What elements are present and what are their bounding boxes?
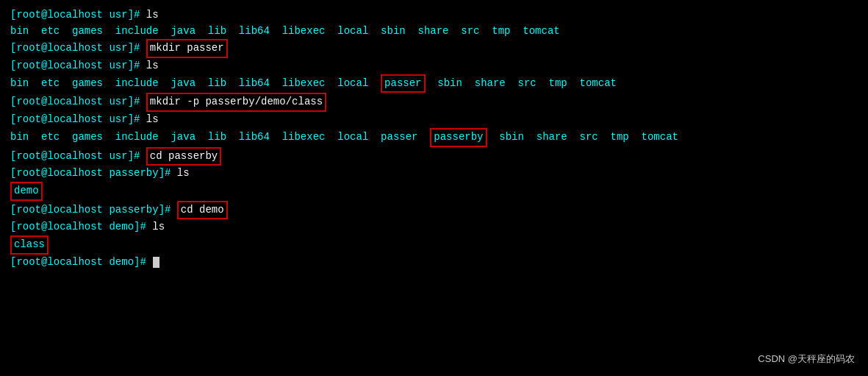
ls-output-3: bin etc games include java lib lib64 lib… (10, 128, 858, 147)
dir-demo: demo (10, 182, 43, 201)
prompt: [root@localhost usr]# (10, 149, 146, 165)
prompt: [root@localhost passerby]# (10, 202, 177, 219)
dir-class: class (10, 235, 49, 255)
prompt: [root@localhost usr]# (10, 58, 146, 74)
prompt: [root@localhost passerby]# (10, 166, 177, 182)
terminal-line: [root@localhost usr]# ls (10, 7, 858, 24)
ls-item-passer: passer (381, 74, 425, 93)
ls-item: java lib lib64 libexec local sbin share … (159, 24, 560, 40)
command: ls (146, 7, 159, 24)
prompt: [root@localhost demo]# (10, 219, 152, 235)
terminal-line: [root@localhost usr]# ls (10, 112, 858, 128)
terminal-line: [root@localhost passerby]# cd demo (10, 201, 858, 220)
command-highlighted: cd passerby (146, 147, 221, 166)
prompt: [root@localhost usr]# (10, 40, 146, 57)
command: ls (146, 58, 159, 74)
prompt: [root@localhost demo]# (10, 255, 152, 271)
terminal: [root@localhost usr]# ls bin etc games i… (0, 0, 868, 376)
ls-item-include: include (115, 24, 159, 40)
terminal-line: [root@localhost usr]# mkdir -p passerby/… (10, 93, 858, 112)
ls-item: bin etc games include java lib lib64 lib… (10, 76, 381, 92)
watermark: CSDN @天秤座的码农 (758, 352, 855, 366)
command-highlighted: cd demo (177, 201, 228, 220)
prompt: [root@localhost usr]# (10, 94, 146, 110)
command-highlighted: mkdir -p passerby/demo/class (146, 93, 326, 112)
terminal-line: [root@localhost passerby]# ls (10, 166, 858, 182)
terminal-line: [root@localhost usr]# mkdir passer (10, 39, 858, 58)
prompt: [root@localhost usr]# (10, 7, 146, 24)
ls-output-1: bin etc games include java lib lib64 lib… (10, 24, 858, 40)
prompt: [root@localhost usr]# (10, 112, 146, 128)
terminal-line-final: [root@localhost demo]# (10, 255, 858, 271)
ls-item-passerby: passerby (430, 128, 487, 147)
ls-output-2: bin etc games include java lib lib64 lib… (10, 74, 858, 93)
terminal-line: class (10, 235, 858, 255)
ls-item: sbin share src tmp tomcat (426, 76, 617, 92)
command: ls (177, 166, 190, 182)
cursor (153, 257, 159, 268)
terminal-line: [root@localhost usr]# cd passerby (10, 147, 858, 166)
watermark-text: CSDN @天秤座的码农 (758, 353, 855, 364)
terminal-line: demo (10, 182, 858, 201)
terminal-line: [root@localhost demo]# ls (10, 219, 858, 235)
command-highlighted: mkdir passer (146, 39, 228, 58)
terminal-line: [root@localhost usr]# ls (10, 58, 858, 74)
ls-item: bin etc games include java lib lib64 lib… (10, 130, 430, 146)
command: ls (152, 219, 165, 235)
command: ls (146, 112, 159, 128)
ls-item: sbin share src tmp tomcat (487, 130, 678, 146)
ls-item: bin etc games (10, 24, 115, 40)
